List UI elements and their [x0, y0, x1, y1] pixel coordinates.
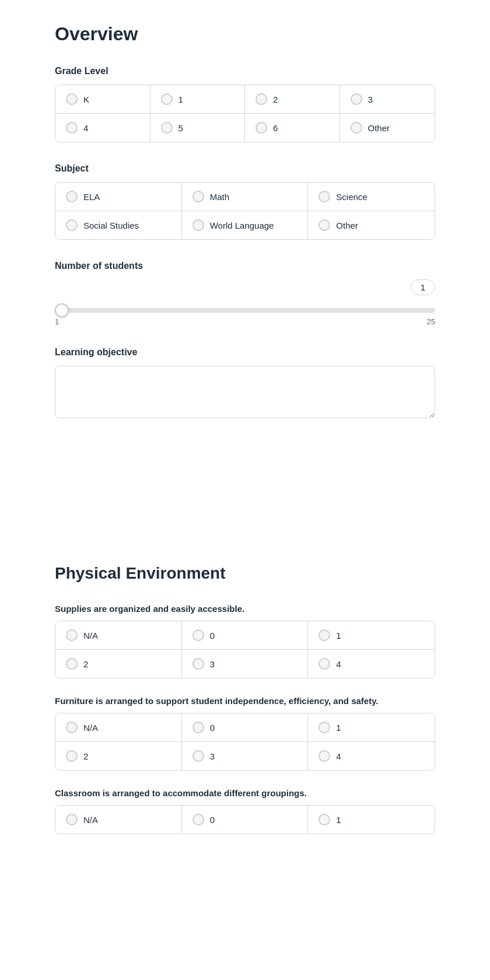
classroom-na[interactable]: N/A — [55, 806, 182, 834]
subject-science-label: Science — [336, 192, 367, 202]
subject-math[interactable]: Math — [182, 183, 309, 211]
grade-1-radio — [161, 93, 173, 105]
classroom-label: Classroom is arranged to accommodate dif… — [55, 788, 435, 798]
grade-5-label: 5 — [178, 123, 183, 133]
grade-k-label: K — [83, 94, 89, 104]
furniture-2-radio — [66, 750, 78, 762]
supplies-na-radio — [66, 629, 78, 641]
supplies-1-radio — [318, 629, 330, 641]
grade-6-label: 6 — [273, 123, 278, 133]
grade-other[interactable]: Other — [340, 114, 435, 142]
slider-labels: 1 25 — [55, 317, 435, 326]
subject-math-label: Math — [210, 192, 229, 202]
furniture-na-label: N/A — [83, 723, 98, 733]
supplies-3-label: 3 — [210, 659, 215, 669]
grade-level-label: Grade Level — [55, 66, 435, 76]
furniture-1-label: 1 — [336, 723, 341, 733]
grade-k[interactable]: K — [55, 85, 150, 114]
subject-world-language[interactable]: World Language — [182, 211, 309, 239]
slider-max-label: 25 — [427, 317, 435, 326]
classroom-subsection: Classroom is arranged to accommodate dif… — [55, 788, 435, 834]
furniture-0[interactable]: 0 — [182, 713, 309, 742]
supplies-subsection: Supplies are organized and easily access… — [55, 604, 435, 678]
subject-other[interactable]: Other — [308, 211, 435, 239]
grade-6-radio — [256, 122, 267, 134]
supplies-3-radio — [192, 658, 204, 670]
grade-level-grid: K 1 2 3 4 — [55, 85, 435, 142]
classroom-na-label: N/A — [83, 815, 98, 825]
subject-world-language-radio — [192, 219, 204, 231]
students-slider-wrapper — [55, 304, 435, 315]
furniture-3-radio — [192, 750, 204, 762]
supplies-grid: N/A 0 1 2 3 — [55, 621, 435, 678]
supplies-2-radio — [66, 658, 78, 670]
slider-min-label: 1 — [55, 317, 59, 326]
overview-title: Overview — [55, 23, 435, 45]
furniture-na-radio — [66, 722, 78, 733]
grade-other-label: Other — [368, 123, 390, 133]
furniture-1[interactable]: 1 — [308, 713, 435, 742]
grade-1[interactable]: 1 — [150, 85, 246, 114]
furniture-grid: N/A 0 1 2 3 — [55, 713, 435, 771]
subject-world-language-label: World Language — [210, 220, 274, 230]
furniture-4-label: 4 — [336, 751, 341, 761]
supplies-2[interactable]: 2 — [55, 650, 182, 678]
classroom-na-radio — [66, 814, 78, 825]
learning-objective-input[interactable] — [55, 366, 435, 418]
grade-2-radio — [256, 93, 267, 105]
grade-3[interactable]: 3 — [340, 85, 435, 114]
grade-4[interactable]: 4 — [55, 114, 150, 142]
classroom-1-radio — [318, 814, 330, 825]
supplies-na-label: N/A — [83, 631, 98, 640]
supplies-0[interactable]: 0 — [182, 621, 309, 650]
supplies-4-label: 4 — [336, 659, 341, 669]
grade-6[interactable]: 6 — [245, 114, 340, 142]
classroom-0-radio — [192, 814, 204, 825]
subject-grid: ELA Math Science Social Studies World La… — [55, 182, 435, 240]
supplies-4[interactable]: 4 — [308, 650, 435, 678]
supplies-2-label: 2 — [83, 659, 88, 669]
furniture-subsection: Furniture is arranged to support student… — [55, 696, 435, 771]
grade-4-label: 4 — [83, 123, 88, 133]
students-section: Number of students 1 1 25 — [55, 261, 435, 326]
section-divider — [55, 442, 435, 558]
classroom-1[interactable]: 1 — [308, 806, 435, 834]
subject-ela[interactable]: ELA — [55, 183, 182, 211]
supplies-na[interactable]: N/A — [55, 621, 182, 650]
subject-ela-label: ELA — [83, 192, 100, 202]
grade-1-label: 1 — [178, 94, 183, 104]
subject-other-label: Other — [336, 220, 358, 230]
supplies-1-label: 1 — [336, 631, 341, 640]
furniture-na[interactable]: N/A — [55, 713, 182, 742]
subject-social-studies-radio — [66, 219, 78, 231]
supplies-1[interactable]: 1 — [308, 621, 435, 650]
grade-other-radio — [351, 122, 362, 134]
subject-social-studies[interactable]: Social Studies — [55, 211, 182, 239]
grade-k-radio — [66, 93, 78, 105]
furniture-2[interactable]: 2 — [55, 742, 182, 770]
subject-science-radio — [318, 191, 330, 202]
furniture-3[interactable]: 3 — [182, 742, 309, 770]
grade-3-radio — [351, 93, 362, 105]
supplies-label: Supplies are organized and easily access… — [55, 604, 435, 614]
students-value: 1 — [411, 279, 435, 295]
classroom-1-label: 1 — [336, 815, 341, 825]
supplies-0-radio — [192, 629, 204, 641]
furniture-4-radio — [318, 750, 330, 762]
classroom-0[interactable]: 0 — [182, 806, 309, 834]
subject-section: Subject ELA Math Science Social Studies — [55, 163, 435, 240]
furniture-4[interactable]: 4 — [308, 742, 435, 770]
subject-other-radio — [318, 219, 330, 231]
grade-2[interactable]: 2 — [245, 85, 340, 114]
subject-science[interactable]: Science — [308, 183, 435, 211]
students-slider[interactable] — [55, 308, 435, 313]
grade-4-radio — [66, 122, 78, 134]
grade-level-section: Grade Level K 1 2 3 — [55, 66, 435, 142]
supplies-0-label: 0 — [210, 631, 215, 640]
supplies-4-radio — [318, 658, 330, 670]
supplies-3[interactable]: 3 — [182, 650, 309, 678]
classroom-0-label: 0 — [210, 815, 215, 825]
furniture-0-radio — [192, 722, 204, 733]
physical-environment-section: Physical Environment Supplies are organi… — [55, 558, 435, 834]
grade-5[interactable]: 5 — [150, 114, 246, 142]
